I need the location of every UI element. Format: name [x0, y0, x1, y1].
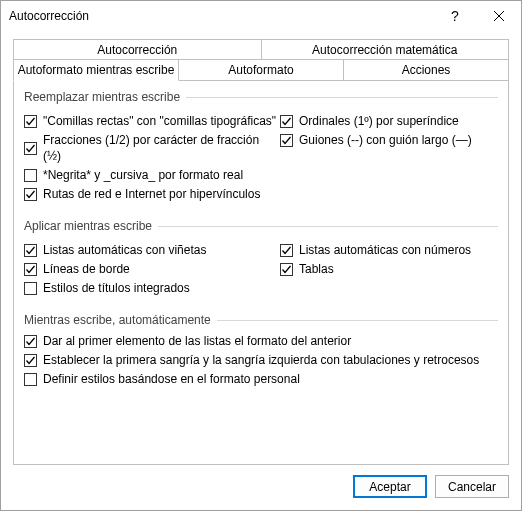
ok-button[interactable]: Aceptar	[353, 475, 427, 498]
group-replace-label: Reemplazar mientras escribe	[24, 90, 498, 104]
group-replace: Reemplazar mientras escribe "Comillas re…	[24, 90, 498, 205]
check-icon	[25, 355, 36, 366]
checkbox-label: *Negrita* y _cursiva_ por formato real	[43, 167, 243, 183]
dialog-title: Autocorrección	[9, 9, 433, 23]
check-icon	[281, 116, 292, 127]
checkbox-quotes[interactable]: "Comillas rectas" con "comillas tipográf…	[24, 113, 280, 129]
checkbox-format-begin[interactable]: Dar al primer elemento de las listas el …	[24, 333, 498, 349]
checkbox-label: "Comillas rectas" con "comillas tipográf…	[43, 113, 276, 129]
checkbox-box	[24, 335, 37, 348]
check-icon	[281, 135, 292, 146]
checkbox-label: Ordinales (1º) por superíndice	[299, 113, 459, 129]
check-icon	[25, 143, 36, 154]
dialog-body: Autocorrección Autocorrección matemática…	[1, 31, 521, 465]
close-button[interactable]	[477, 1, 521, 31]
checkbox-fractions[interactable]: Fracciones (1/2) por carácter de fracció…	[24, 132, 280, 164]
group-apply-label: Aplicar mientras escribe	[24, 219, 498, 233]
checkbox-box	[24, 263, 37, 276]
tab-matematica[interactable]: Autocorrección matemática	[261, 39, 510, 60]
checkbox-tables[interactable]: Tablas	[280, 261, 498, 277]
help-button[interactable]: ?	[433, 1, 477, 31]
checkbox-box	[24, 188, 37, 201]
checkbox-box	[24, 169, 37, 182]
checkbox-dashes[interactable]: Guiones (--) con guión largo (—)	[280, 132, 498, 148]
check-icon	[25, 336, 36, 347]
checkbox-bullets[interactable]: Listas automáticas con viñetas	[24, 242, 280, 258]
checkbox-label: Listas automáticas con viñetas	[43, 242, 206, 258]
close-icon	[494, 11, 504, 21]
checkbox-box	[280, 263, 293, 276]
checkbox-box	[24, 354, 37, 367]
checkbox-box	[280, 244, 293, 257]
cancel-button[interactable]: Cancelar	[435, 475, 509, 498]
checkbox-bolditalic[interactable]: *Negrita* y _cursiva_ por formato real	[24, 167, 280, 183]
checkbox-label: Estilos de títulos integrados	[43, 280, 190, 296]
group-auto: Mientras escribe, automáticamente Dar al…	[24, 313, 498, 387]
check-icon	[281, 245, 292, 256]
checkbox-label: Establecer la primera sangría y la sangr…	[43, 352, 479, 368]
checkbox-label: Fracciones (1/2) por carácter de fracció…	[43, 132, 280, 164]
check-icon	[25, 245, 36, 256]
checkbox-indent[interactable]: Establecer la primera sangría y la sangr…	[24, 352, 498, 368]
checkbox-label: Listas automáticas con números	[299, 242, 471, 258]
checkbox-borders[interactable]: Líneas de borde	[24, 261, 280, 277]
tab-autocorreccion[interactable]: Autocorrección	[13, 39, 261, 60]
checkbox-label: Dar al primer elemento de las listas el …	[43, 333, 351, 349]
check-icon	[281, 264, 292, 275]
checkbox-label: Guiones (--) con guión largo (—)	[299, 132, 472, 148]
tab-autoformato[interactable]: Autoformato	[179, 59, 344, 81]
tab-acciones[interactable]: Acciones	[344, 59, 509, 81]
tab-strip: Autocorrección Autocorrección matemática…	[13, 39, 509, 81]
checkbox-ordinals[interactable]: Ordinales (1º) por superíndice	[280, 113, 498, 129]
group-auto-label: Mientras escribe, automáticamente	[24, 313, 498, 327]
checkbox-box	[280, 115, 293, 128]
check-icon	[25, 189, 36, 200]
checkbox-define-styles[interactable]: Definir estilos basándose en el formato …	[24, 371, 498, 387]
dialog-footer: Aceptar Cancelar	[1, 465, 521, 510]
checkbox-box	[24, 244, 37, 257]
checkbox-label: Rutas de red e Internet por hipervínculo…	[43, 186, 260, 202]
checkbox-label: Definir estilos basándose en el formato …	[43, 371, 300, 387]
checkbox-box	[24, 142, 37, 155]
group-apply: Aplicar mientras escribe Listas automáti…	[24, 219, 498, 299]
checkbox-box	[24, 115, 37, 128]
checkbox-box	[280, 134, 293, 147]
checkbox-label: Líneas de borde	[43, 261, 130, 277]
checkbox-numbers[interactable]: Listas automáticas con números	[280, 242, 498, 258]
check-icon	[25, 116, 36, 127]
tab-panel: Reemplazar mientras escribe "Comillas re…	[13, 80, 509, 465]
checkbox-hyperlinks[interactable]: Rutas de red e Internet por hipervínculo…	[24, 186, 280, 202]
check-icon	[25, 264, 36, 275]
checkbox-headings[interactable]: Estilos de títulos integrados	[24, 280, 280, 296]
checkbox-box	[24, 373, 37, 386]
checkbox-label: Tablas	[299, 261, 334, 277]
tab-autoformato-escribe[interactable]: Autoformato mientras escribe	[13, 59, 179, 81]
titlebar: Autocorrección ?	[1, 1, 521, 31]
dialog-window: Autocorrección ? Autocorrección Autocorr…	[0, 0, 522, 511]
checkbox-box	[24, 282, 37, 295]
